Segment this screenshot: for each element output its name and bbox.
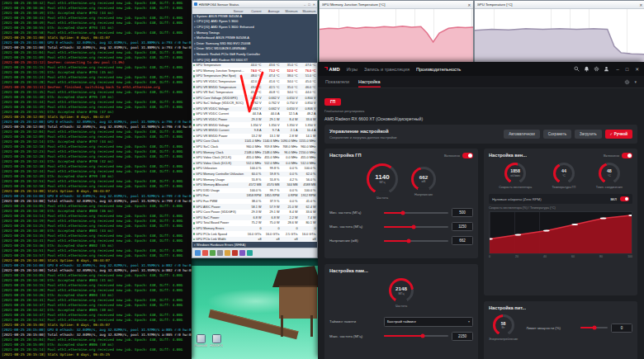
sensor-row[interactable]: GPU Utilization100.0 %99.8 %0.0 %100.0 % [192, 166, 317, 172]
voltage-value[interactable]: 662 [452, 236, 473, 245]
maximize-icon[interactable]: □ [308, 2, 310, 7]
sensor-group-header[interactable]: ▾System: ASUS PRIME B450M-A [192, 14, 317, 20]
minimize-icon[interactable]: – [616, 67, 618, 72]
sensor-row[interactable]: GPU Core Clock1141.0 MHz1140.6 MHz1090.0… [192, 139, 317, 144]
sensor-row[interactable]: GPU Video Clock (DCLK)512.0 MHz512.0 MHz… [192, 161, 317, 167]
user-icon[interactable] [604, 66, 609, 72]
sensor-group-header[interactable]: ▾Drive: Samsung SSD 860 EVO 250GB [192, 40, 317, 46]
radeon-titlebar[interactable]: AMD Игры Запись и трансляция Производите… [318, 62, 644, 76]
memory-frequency-label: Частота [395, 305, 407, 309]
close-icon[interactable]: ✕ [313, 2, 315, 7]
sensor-group-header[interactable]: ▾CPU [#0]: AMD Ryzen 5 3600 [192, 19, 317, 25]
tab-games[interactable]: Игры [347, 67, 358, 72]
search-icon[interactable] [574, 66, 580, 72]
sensor-group-header[interactable]: ▾CPU [#0]: AMD Ryzen 5 3600: Enhanced [192, 25, 317, 31]
sensor-group-header[interactable]: ▾Drive: WDC WD10EZEX-08WN4A0 [192, 46, 317, 52]
memory-tuning-title: Настройка пам... [329, 268, 368, 273]
tuning-control-subtitle: Сохранение и загрузка данных настройки [329, 135, 396, 139]
chevron-down-icon[interactable]: ▾ [634, 79, 637, 84]
sensor-row[interactable]: GPU Memory Usage55.8 %55.8 %4.2 %56.0 % [192, 177, 317, 182]
maximize-icon[interactable]: □ [626, 67, 629, 72]
bell-icon[interactable] [584, 66, 590, 72]
tuning-page: ГП Глобальная регулировка AMD Radeon RX … [318, 87, 644, 359]
memory-frequency-slider[interactable] [384, 335, 448, 337]
zero-rpm-toggle[interactable] [620, 196, 629, 201]
hwinfo-sensors-window[interactable]: HWiNFO64 Sensor Status – □ ✕ Sensor Curr… [192, 0, 318, 258]
sensor-group-header[interactable]: ▾GPU [#0]: AMD Radeon RX 6600 XT [192, 57, 317, 63]
close-icon[interactable]: ✕ [467, 2, 471, 7]
sensor-row[interactable]: GPU PCIe Link Speed16.0 GT/s16.0 GT/s2.5… [192, 231, 317, 237]
radeon-software-window[interactable]: AMD Игры Запись и трансляция Производите… [318, 62, 644, 359]
miner-terminal-window[interactable]: [2021-08-25 20:10:32] Pool eth1.ethermin… [0, 0, 192, 359]
sensor-row[interactable]: GPU VR MVDD Voltage1.350 V1.350 V1.350 V… [192, 122, 317, 128]
max-frequency-slider[interactable] [384, 226, 448, 228]
close-icon[interactable]: ✕ [635, 67, 639, 72]
sensor-row[interactable]: GPU Video Clock (VCLK)455.0 MHz455.0 MHz… [192, 155, 317, 161]
sensor-row[interactable]: GPU SoC Clock960.0 MHz959.8 MHz768.0 MHz… [192, 144, 317, 150]
alert-icon[interactable] [232, 250, 238, 256]
hwinfo-titlebar[interactable]: HWiNFO64 Sensor Status – □ ✕ [192, 1, 317, 8]
max-frequency-value[interactable]: 1150 [452, 222, 473, 231]
sensor-group-header[interactable]: ▾Motherboard: ASUS PRIME B450M-A [192, 35, 317, 41]
sensor-row[interactable]: GPU VR VDDC Power29.3 W29.1 W8.4 W33.6 W [192, 117, 317, 123]
gear-icon[interactable] [594, 66, 599, 72]
sensor-row[interactable]: GPU Fan1858 RPM1855 RPM0 RPM1912 RPM [192, 193, 317, 199]
sensor-row[interactable]: GPU Core Power (VDDGFX)29.3 W29.1 W8.4 W… [192, 210, 317, 215]
tab-performance[interactable]: Производительность [416, 67, 461, 72]
graph-icon[interactable] [210, 250, 215, 256]
min-frequency-value[interactable]: 500 [452, 208, 473, 217]
memory-frequency-value[interactable]: 2150 [452, 332, 473, 341]
layout-icon[interactable] [239, 250, 245, 256]
tab-streaming[interactable]: Запись и трансляция [364, 67, 410, 72]
sensor-group-header[interactable]: ▾Network: Realtek PCIe GbE Family Contro… [192, 52, 317, 58]
manual-button[interactable]: ✓ Ручной [605, 130, 632, 139]
voltage-slider[interactable] [384, 240, 448, 242]
sensor-group-header[interactable]: ▾Memory Timings [192, 30, 317, 35]
subtab-metrics[interactable]: Показатели [325, 76, 349, 87]
gear-icon[interactable] [217, 250, 223, 256]
desktop-icon[interactable]: PhoenixMiner [194, 334, 207, 347]
gear-icon[interactable] [624, 79, 630, 85]
graph-titlebar[interactable]: GPU Memory Junction Temperature [°C] ✕ [320, 1, 473, 9]
sensor-row[interactable]: GPU Memory Controller Utilization60.0 %5… [192, 172, 317, 177]
sensor-row[interactable]: GPU SoC Power6.8 W6.8 W2.2 W7.4 W [192, 215, 317, 220]
sensor-row[interactable]: GPU D3D Usage100.0 %99.7 %0.0 %100.0 % [192, 188, 317, 194]
desktop-icon[interactable]: HWiNFO64 [210, 334, 223, 347]
close-icon[interactable]: ✕ [639, 2, 642, 7]
reset-icon[interactable] [202, 250, 208, 256]
sensor-row[interactable]: GPU VR MVDD Power13.2 W13.1 W2.8 W14.1 W [192, 134, 317, 139]
sensor-row[interactable]: GPU Memory Errors0000 [192, 226, 317, 232]
sensor-row[interactable]: GPU Temperature44.0 °C43.6 °C35.0 °C47.0… [192, 63, 317, 68]
save-icon[interactable] [225, 250, 230, 256]
gpu-chip[interactable]: ГП [324, 98, 341, 106]
sensor-row[interactable]: GPU Memory Clock2148.0 MHz2148.0 MHz96.0… [192, 149, 317, 155]
sensor-row[interactable]: GPU ASIC Power58.1 W57.9 W21.0 W62.4 W [192, 204, 317, 210]
graph-titlebar[interactable]: GPU Temperature [°C] ✕ [475, 1, 644, 9]
save-profile-button[interactable]: Сохранить [543, 130, 571, 139]
sensor-row[interactable]: GPU VR MVDD Current9.8 A9.7 A2.1 A10.4 A [192, 128, 317, 134]
clock-icon[interactable] [195, 250, 201, 256]
min-frequency-slider[interactable] [384, 212, 448, 214]
subtab-tuning[interactable]: Настройка [358, 76, 381, 87]
section-label: Глобальная регулировка [324, 109, 637, 113]
sensor-graph-window-memory-temp[interactable]: GPU Memory Junction Temperature [°C] ✕ [319, 0, 474, 63]
sensor-graph-window-gpu-temp[interactable]: GPU Temperature [°C] ✕ [474, 0, 644, 63]
fan-speed-gauge: 1858об/мин [504, 163, 526, 184]
fan-curve-chart[interactable] [489, 211, 632, 254]
sensor-row[interactable]: GPU Fan PWM38.0 %37.9 %0.0 %41.0 % [192, 199, 317, 205]
power-limit-slider[interactable] [580, 327, 608, 328]
amd-arrow-icon [323, 67, 328, 72]
sensor-row[interactable]: GPU Total Board Power75.2 W75.0 W28.6 W8… [192, 220, 317, 226]
load-profile-button[interactable]: Загрузить [575, 130, 602, 139]
sensor-row[interactable]: GPU PCIe Link Widthx8x8x8x8 [192, 237, 317, 243]
automatic-button[interactable]: Автоматически [504, 130, 539, 139]
wallpaper-stilt [310, 315, 313, 337]
fan-curve-x-axis: 020406080100 [489, 255, 632, 258]
memory-timing-dropdown[interactable]: Быстрый тайминг▾ [384, 317, 473, 327]
minimize-icon[interactable]: – [304, 2, 305, 7]
power-limit-value[interactable]: 0 [611, 324, 632, 333]
pin-icon[interactable] [247, 250, 253, 256]
sensor-row[interactable]: GPU Memory Allocated4572 MB4570 MB344 MB… [192, 182, 317, 188]
gpu-tuning-toggle[interactable] [462, 153, 473, 158]
fan-tuning-toggle[interactable] [622, 153, 632, 158]
